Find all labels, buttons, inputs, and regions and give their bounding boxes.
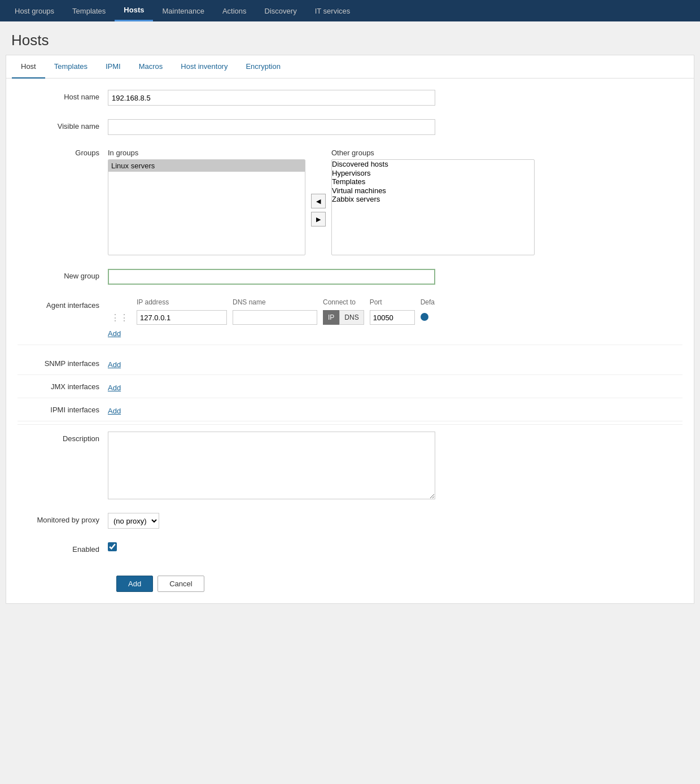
- connect-ip-button[interactable]: IP: [323, 310, 339, 325]
- proxy-row: Monitored by proxy (no proxy): [18, 513, 683, 535]
- agent-interfaces-label: Agent interfaces: [18, 298, 108, 310]
- default-cell: [418, 308, 438, 326]
- jmx-interfaces-row: JMX interfaces Add: [18, 375, 683, 398]
- visible-name-label: Visible name: [18, 119, 108, 130]
- agent-interfaces-row: Agent interfaces IP address DNS name Con…: [18, 298, 683, 345]
- other-groups-label: Other groups: [331, 149, 535, 157]
- other-group-hypervisors[interactable]: Hypervisors: [332, 169, 534, 178]
- other-group-templates[interactable]: Templates: [332, 177, 534, 186]
- col-drag: [108, 298, 134, 308]
- host-name-label: Host name: [18, 90, 108, 101]
- group-arrows: ◀ ▶: [311, 149, 326, 227]
- visible-name-input[interactable]: [108, 119, 435, 135]
- host-name-input[interactable]: [108, 90, 435, 106]
- page-header: Hosts: [0, 21, 700, 55]
- agent-interfaces-content: IP address DNS name Connect to Port Defa…: [108, 298, 438, 338]
- page-title: Hosts: [11, 32, 689, 49]
- ipmi-label: IPMI interfaces: [18, 406, 108, 414]
- nav-item-actions[interactable]: Actions: [213, 0, 256, 21]
- groups-row: Groups In groups Linux servers ◀ ▶ Other…: [18, 149, 683, 262]
- in-groups-col: In groups Linux servers: [108, 149, 305, 255]
- ipmi-interfaces-row: IPMI interfaces Add: [18, 398, 683, 421]
- port-cell: [367, 308, 418, 326]
- port-input[interactable]: [370, 310, 415, 325]
- description-textarea[interactable]: [108, 432, 435, 499]
- add-button[interactable]: Add: [116, 576, 153, 592]
- col-connect: Connect to: [320, 298, 367, 308]
- col-default: Defa: [418, 298, 438, 308]
- proxy-select[interactable]: (no proxy): [108, 513, 159, 529]
- connect-dns-button[interactable]: DNS: [339, 310, 364, 325]
- other-group-zabbix[interactable]: Zabbix servers: [332, 195, 534, 204]
- tab-bar: Host Templates IPMI Macros Host inventor…: [6, 55, 694, 79]
- host-form: Host name Visible name Groups In groups …: [6, 79, 694, 603]
- add-jmx-link[interactable]: Add: [108, 384, 121, 392]
- other-group-virtual[interactable]: Virtual machines: [332, 186, 534, 195]
- tab-host[interactable]: Host: [12, 55, 45, 79]
- new-group-input[interactable]: [108, 269, 435, 285]
- enabled-label: Enabled: [18, 542, 108, 554]
- other-group-discovered[interactable]: Discovered hosts: [332, 160, 534, 169]
- interfaces-table: IP address DNS name Connect to Port Defa…: [108, 298, 438, 326]
- move-left-button[interactable]: ◀: [311, 194, 326, 208]
- enabled-row: Enabled: [18, 542, 683, 560]
- nav-item-host-groups[interactable]: Host groups: [6, 0, 63, 21]
- new-group-label: New group: [18, 269, 108, 280]
- in-groups-label: In groups: [108, 149, 305, 157]
- snmp-interfaces-row: SNMP interfaces Add: [18, 352, 683, 375]
- cancel-button[interactable]: Cancel: [158, 576, 204, 592]
- new-group-row: New group: [18, 269, 683, 291]
- nav-item-templates[interactable]: Templates: [63, 0, 115, 21]
- groups-wrapper: In groups Linux servers ◀ ▶ Other groups…: [108, 149, 535, 255]
- other-groups-listbox[interactable]: Discovered hosts Hypervisors Templates V…: [331, 159, 535, 255]
- snmp-label: SNMP interfaces: [18, 359, 108, 368]
- add-snmp-link[interactable]: Add: [108, 360, 121, 369]
- dns-name-input[interactable]: [233, 310, 317, 325]
- move-right-button[interactable]: ▶: [311, 212, 326, 227]
- nav-item-discovery[interactable]: Discovery: [256, 0, 306, 21]
- enabled-checkbox[interactable]: [108, 542, 117, 551]
- visible-name-row: Visible name: [18, 119, 683, 142]
- ip-address-input[interactable]: [137, 310, 227, 325]
- jmx-label: JMX interfaces: [18, 382, 108, 391]
- table-row: ⋮⋮ IPDNS: [108, 308, 438, 326]
- tab-host-inventory[interactable]: Host inventory: [172, 55, 237, 79]
- tab-templates[interactable]: Templates: [45, 55, 97, 79]
- form-buttons: Add Cancel: [18, 567, 683, 592]
- other-groups-col: Other groups Discovered hosts Hypervisor…: [331, 149, 535, 255]
- default-radio[interactable]: [421, 313, 428, 321]
- description-label: Description: [18, 432, 108, 443]
- add-ipmi-link[interactable]: Add: [108, 407, 121, 415]
- drag-handle-icon: ⋮⋮: [111, 313, 131, 323]
- nav-item-it-services[interactable]: IT services: [306, 0, 360, 21]
- nav-item-hosts[interactable]: Hosts: [115, 0, 153, 21]
- connect-to-cell: IPDNS: [320, 308, 367, 326]
- col-dns: DNS name: [230, 298, 320, 308]
- col-ip: IP address: [134, 298, 230, 308]
- groups-label: Groups: [18, 149, 108, 157]
- top-navigation: Host groups Templates Hosts Maintenance …: [0, 0, 700, 21]
- add-agent-interface-link[interactable]: Add: [108, 329, 121, 338]
- host-name-row: Host name: [18, 90, 683, 112]
- tab-encryption[interactable]: Encryption: [237, 55, 289, 79]
- description-row: Description: [18, 424, 683, 506]
- col-port: Port: [367, 298, 418, 308]
- tab-ipmi[interactable]: IPMI: [97, 55, 130, 79]
- dns-name-cell: [230, 308, 320, 326]
- proxy-label: Monitored by proxy: [18, 513, 108, 524]
- main-content: Host Templates IPMI Macros Host inventor…: [6, 55, 694, 604]
- ip-address-cell: [134, 308, 230, 326]
- nav-item-maintenance[interactable]: Maintenance: [153, 0, 213, 21]
- drag-handle: ⋮⋮: [108, 308, 134, 326]
- tab-macros[interactable]: Macros: [130, 55, 172, 79]
- in-groups-listbox[interactable]: Linux servers: [108, 159, 305, 255]
- in-group-linux-servers[interactable]: Linux servers: [108, 160, 305, 172]
